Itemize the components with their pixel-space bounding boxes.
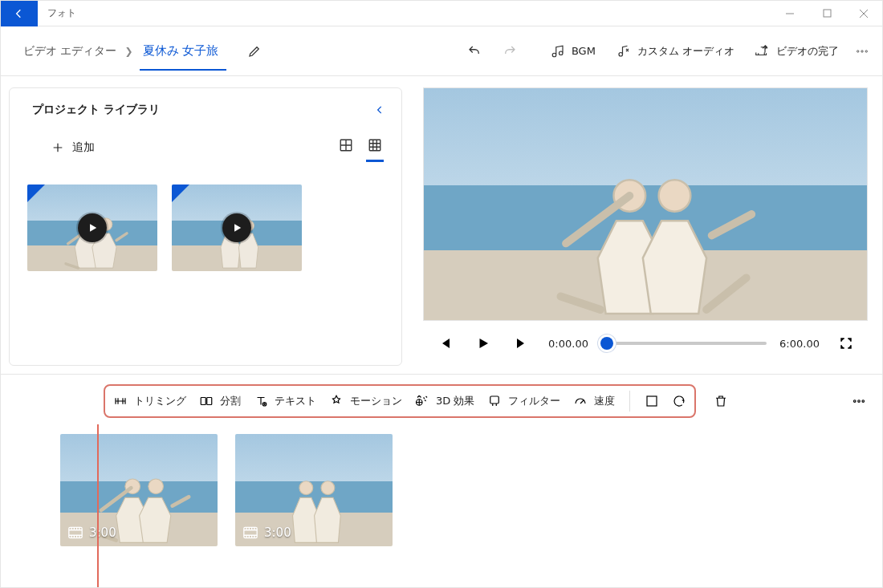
svg-point-11 bbox=[659, 180, 691, 212]
bgm-button[interactable]: BGM bbox=[541, 38, 605, 65]
breadcrumb-project[interactable]: 夏休み 女子旅 bbox=[133, 43, 222, 59]
svg-point-1 bbox=[857, 50, 859, 51]
svg-rect-5 bbox=[369, 140, 380, 151]
clip-toolbar: トリミング 分割 テキスト モーション 3D 効果 フィルター 速度 bbox=[104, 384, 696, 418]
storyboard-more-button[interactable] bbox=[852, 394, 871, 408]
library-title: プロジェクト ライブラリ bbox=[32, 103, 160, 117]
svg-rect-12 bbox=[201, 398, 205, 405]
motion-button[interactable]: モーション bbox=[329, 394, 402, 408]
trim-button[interactable]: トリミング bbox=[113, 394, 186, 408]
svg-point-3 bbox=[865, 50, 867, 51]
svg-point-18 bbox=[853, 400, 856, 403]
preview-panel: 0:00.00 6:00.00 bbox=[402, 76, 882, 374]
breadcrumb-root[interactable]: ビデオ エディター bbox=[15, 44, 124, 59]
play-icon bbox=[222, 213, 251, 242]
svg-rect-26 bbox=[244, 527, 257, 537]
current-time: 0:00.00 bbox=[547, 338, 590, 350]
play-icon bbox=[78, 213, 107, 242]
svg-rect-0 bbox=[824, 10, 831, 17]
text-button[interactable]: テキスト bbox=[254, 394, 316, 408]
window-close-button[interactable] bbox=[845, 1, 882, 26]
view-grid-small-button[interactable] bbox=[368, 135, 382, 160]
play-button[interactable] bbox=[470, 330, 497, 357]
svg-point-20 bbox=[862, 400, 865, 403]
fullscreen-button[interactable] bbox=[832, 330, 860, 357]
svg-rect-13 bbox=[207, 398, 212, 405]
seek-slider[interactable] bbox=[601, 336, 767, 351]
total-time: 6:00.00 bbox=[778, 338, 821, 350]
prev-frame-button[interactable] bbox=[431, 330, 458, 357]
back-button[interactable] bbox=[1, 1, 38, 26]
svg-point-19 bbox=[858, 400, 861, 403]
library-thumb[interactable] bbox=[27, 185, 157, 271]
window-maximize-button[interactable] bbox=[808, 1, 845, 26]
editor-panel: トリミング 分割 テキスト モーション 3D 効果 フィルター 速度 3:0 bbox=[1, 374, 882, 587]
svg-point-22 bbox=[149, 479, 164, 494]
clip-duration: 3:00 bbox=[243, 525, 291, 540]
used-indicator-icon bbox=[27, 185, 45, 202]
rotate-button[interactable] bbox=[672, 394, 686, 408]
collapse-library-button[interactable] bbox=[374, 104, 385, 116]
app-title: フォト bbox=[38, 6, 76, 20]
custom-audio-button[interactable]: カスタム オーディオ bbox=[607, 38, 744, 65]
top-bar: ビデオ エディター ❯ 夏休み 女子旅 BGM カスタム オーディオ bbox=[1, 26, 882, 76]
undo-button[interactable] bbox=[458, 38, 491, 65]
add-media-button[interactable]: 追加 bbox=[51, 140, 95, 155]
finish-video-button[interactable]: ビデオの完了 bbox=[746, 38, 848, 65]
filter-button[interactable]: フィルター bbox=[487, 394, 560, 408]
redo-button[interactable] bbox=[493, 38, 527, 65]
speed-button[interactable]: 速度 bbox=[573, 394, 615, 408]
storyboard-clip[interactable]: 3:00 bbox=[235, 434, 393, 546]
preview-video[interactable] bbox=[423, 87, 868, 321]
library-card: プロジェクト ライブラリ 追加 bbox=[9, 87, 402, 366]
library-thumb[interactable] bbox=[172, 185, 302, 271]
chevron-right-icon: ❯ bbox=[124, 46, 132, 57]
svg-point-24 bbox=[299, 481, 313, 495]
window-minimize-button[interactable] bbox=[771, 1, 808, 26]
3d-effects-button[interactable]: 3D 効果 bbox=[415, 394, 474, 408]
title-bar: フォト bbox=[1, 1, 882, 26]
view-grid-large-button[interactable] bbox=[339, 135, 353, 160]
used-indicator-icon bbox=[172, 185, 189, 202]
rename-button[interactable] bbox=[242, 39, 267, 63]
svg-rect-23 bbox=[69, 527, 82, 537]
resize-button[interactable] bbox=[645, 394, 659, 408]
storyboard[interactable]: 3:00 3:00 bbox=[12, 418, 871, 546]
delete-clip-button[interactable] bbox=[714, 394, 728, 408]
more-button[interactable] bbox=[850, 38, 874, 65]
clip-duration: 3:00 bbox=[68, 525, 116, 540]
split-button[interactable]: 分割 bbox=[199, 394, 241, 408]
storyboard-clip[interactable]: 3:00 bbox=[60, 434, 218, 546]
svg-rect-16 bbox=[490, 396, 499, 403]
next-frame-button[interactable] bbox=[508, 330, 535, 357]
svg-point-25 bbox=[321, 481, 335, 495]
svg-rect-17 bbox=[647, 396, 657, 406]
annotation-leader bbox=[97, 424, 99, 588]
svg-point-2 bbox=[861, 50, 863, 51]
